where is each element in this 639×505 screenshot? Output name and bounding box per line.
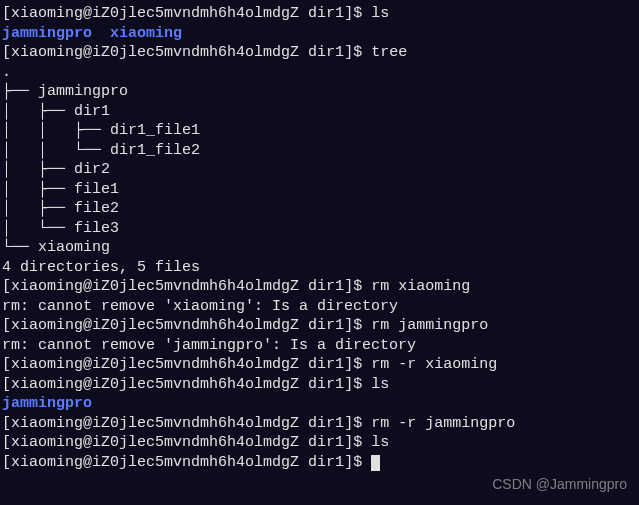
command-text: ls bbox=[371, 376, 389, 393]
ls-output: jammingpro xiaoming bbox=[2, 24, 637, 44]
bracket-open: [ bbox=[2, 5, 11, 22]
prompt-line: [xiaoming@iZ0jlec5mvndmh6h4olmdgZ dir1]$… bbox=[2, 43, 637, 63]
prompt-line: [xiaoming@iZ0jlec5mvndmh6h4olmdgZ dir1]$… bbox=[2, 316, 637, 336]
error-output: rm: cannot remove 'xiaoming': Is a direc… bbox=[2, 297, 637, 317]
tree-output: ├── jammingpro bbox=[2, 82, 637, 102]
bracket-close: ]$ bbox=[344, 5, 362, 22]
command-text: rm xiaoming bbox=[371, 278, 470, 295]
tree-output: │ │ ├── dir1_file1 bbox=[2, 121, 637, 141]
command-text: tree bbox=[371, 44, 407, 61]
tree-output: └── xiaoming bbox=[2, 238, 637, 258]
command-text: rm -r xiaoming bbox=[371, 356, 497, 373]
error-output: rm: cannot remove 'jammingpro': Is a dir… bbox=[2, 336, 637, 356]
cursor-icon bbox=[371, 455, 380, 471]
tree-summary: 4 directories, 5 files bbox=[2, 258, 637, 278]
tree-output: │ ├── file2 bbox=[2, 199, 637, 219]
command-text: rm jammingpro bbox=[371, 317, 488, 334]
terminal[interactable]: [xiaoming@iZ0jlec5mvndmh6h4olmdgZ dir1]$… bbox=[2, 4, 637, 472]
tree-output: │ ├── file1 bbox=[2, 180, 637, 200]
prompt-line: [xiaoming@iZ0jlec5mvndmh6h4olmdgZ dir1]$… bbox=[2, 414, 637, 434]
prompt-line-active[interactable]: [xiaoming@iZ0jlec5mvndmh6h4olmdgZ dir1]$ bbox=[2, 453, 637, 473]
dir-entry: jammingpro bbox=[2, 25, 92, 42]
dir-entry: xiaoming bbox=[110, 25, 182, 42]
command-text: rm -r jammingpro bbox=[371, 415, 515, 432]
tree-output: │ ├── dir2 bbox=[2, 160, 637, 180]
at: @ bbox=[83, 5, 92, 22]
prompt-line: [xiaoming@iZ0jlec5mvndmh6h4olmdgZ dir1]$… bbox=[2, 355, 637, 375]
tree-output: . bbox=[2, 63, 637, 83]
command-text: ls bbox=[371, 5, 389, 22]
prompt-cwd: dir1 bbox=[308, 5, 344, 22]
dir-entry: jammingpro bbox=[2, 395, 92, 412]
tree-output: │ ├── dir1 bbox=[2, 102, 637, 122]
command-text: ls bbox=[371, 434, 389, 451]
prompt-line: [xiaoming@iZ0jlec5mvndmh6h4olmdgZ dir1]$… bbox=[2, 4, 637, 24]
prompt-line: [xiaoming@iZ0jlec5mvndmh6h4olmdgZ dir1]$… bbox=[2, 433, 637, 453]
tree-output: │ │ └── dir1_file2 bbox=[2, 141, 637, 161]
tree-output: │ └── file3 bbox=[2, 219, 637, 239]
watermark: CSDN @Jammingpro bbox=[492, 475, 627, 493]
ls-output: jammingpro bbox=[2, 394, 637, 414]
prompt-line: [xiaoming@iZ0jlec5mvndmh6h4olmdgZ dir1]$… bbox=[2, 277, 637, 297]
prompt-host: iZ0jlec5mvndmh6h4olmdgZ bbox=[92, 5, 299, 22]
prompt-user: xiaoming bbox=[11, 5, 83, 22]
prompt-line: [xiaoming@iZ0jlec5mvndmh6h4olmdgZ dir1]$… bbox=[2, 375, 637, 395]
